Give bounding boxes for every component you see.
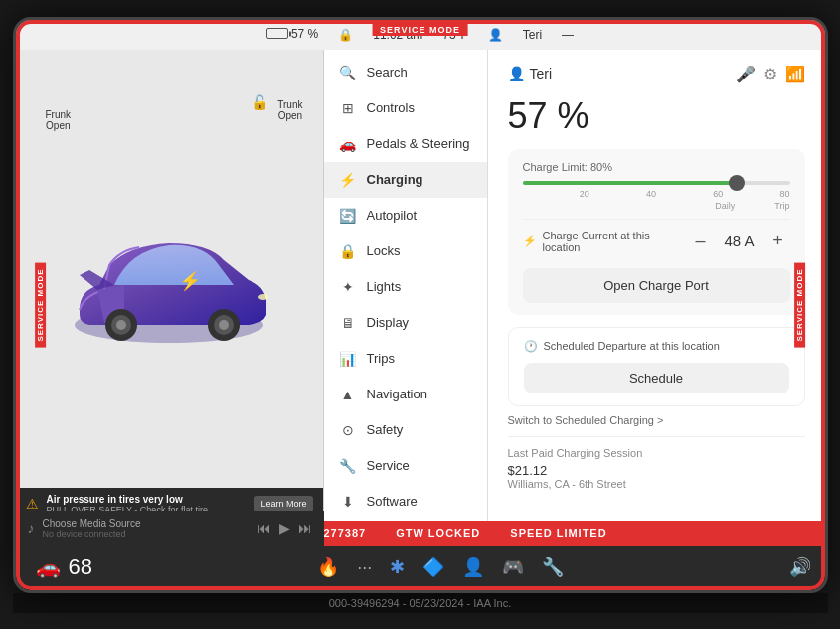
media-controls[interactable]: ⏮ ▶ ⏭ bbox=[257, 520, 312, 536]
user-icon: 👤 bbox=[488, 28, 503, 42]
main-frame: SERVICE MODE SERVICE MODE SERVICE MODE 5… bbox=[13, 17, 828, 593]
range-labels: Daily Trip bbox=[523, 201, 790, 211]
taskbar-user-icon[interactable]: 👤 bbox=[462, 556, 484, 578]
lock-open-icon: 🔓 bbox=[252, 94, 268, 110]
open-charge-port-button[interactable]: Open Charge Port bbox=[523, 268, 790, 303]
lock-icon: 🔒 bbox=[338, 28, 353, 42]
last-paid-amount: $21.12 bbox=[508, 463, 805, 478]
service-icon: 🔧 bbox=[339, 458, 357, 474]
charge-limit-slider[interactable]: 20 40 60 80 Daily Trip bbox=[523, 181, 790, 211]
media-next-button[interactable]: ⏭ bbox=[298, 520, 312, 536]
menu-item-search[interactable]: 🔍 Search bbox=[324, 55, 487, 90]
slider-fill bbox=[523, 181, 737, 185]
media-subtitle: No device connected bbox=[43, 529, 250, 539]
menu-label-navigation: Navigation bbox=[367, 387, 427, 401]
menu-item-autopilot[interactable]: 🔄 Autopilot bbox=[324, 198, 487, 234]
taskbar-more-icon[interactable]: ··· bbox=[357, 557, 372, 578]
menu-item-charging[interactable]: ⚡ Charging bbox=[324, 162, 487, 198]
menu-item-locks[interactable]: 🔒 Locks bbox=[324, 234, 487, 269]
switch-charging-link[interactable]: Switch to Scheduled Charging > bbox=[508, 414, 805, 426]
menu-label-safety: Safety bbox=[367, 422, 404, 437]
media-title: Choose Media Source bbox=[43, 518, 250, 529]
media-prev-button[interactable]: ⏮ bbox=[257, 520, 271, 536]
increase-current-button[interactable]: + bbox=[766, 231, 790, 251]
taskbar-left: 🚗 68 bbox=[36, 554, 92, 580]
menu-label-service: Service bbox=[367, 458, 410, 473]
car-panel: Frunk Open Trunk Open 🔓 bbox=[16, 50, 324, 521]
watermark: 000-39496294 - 05/23/2024 - IAA Inc. bbox=[13, 593, 828, 613]
taskbar-volume[interactable]: 🔊 bbox=[789, 556, 811, 578]
user-name: 👤 Teri bbox=[508, 66, 553, 81]
taskbar-car-icon: 🚗 bbox=[36, 555, 61, 579]
navigation-icon: ▲ bbox=[339, 387, 357, 402]
clock-icon: 🕐 bbox=[524, 340, 538, 353]
charge-limit-card: Charge Limit: 80% 20 40 60 80 Daily bbox=[508, 149, 805, 315]
car-image-area: Frunk Open Trunk Open 🔓 bbox=[16, 50, 323, 521]
autopilot-icon: 🔄 bbox=[339, 208, 357, 224]
battery-percent: 57 % bbox=[291, 27, 318, 41]
service-mode-label: SERVICE MODE bbox=[372, 24, 468, 36]
decrease-current-button[interactable]: – bbox=[688, 231, 712, 251]
display-icon: 🖥 bbox=[339, 315, 357, 331]
menu-label-trips: Trips bbox=[367, 351, 395, 366]
taskbar-gamepad-icon[interactable]: 🎮 bbox=[502, 556, 524, 578]
scheduled-departure-section: 🕐 Scheduled Departure at this location S… bbox=[508, 327, 805, 406]
charge-limit-label: Charge Limit: 80% bbox=[523, 161, 790, 173]
locks-icon: 🔒 bbox=[339, 243, 357, 259]
menu-item-software[interactable]: ⬇ Software bbox=[324, 484, 487, 520]
slider-thumb[interactable] bbox=[729, 175, 745, 191]
menu-label-software: Software bbox=[367, 494, 418, 509]
menu-label-autopilot: Autopilot bbox=[367, 208, 418, 223]
media-play-button[interactable]: ▶ bbox=[279, 520, 290, 536]
menu-label-lights: Lights bbox=[367, 279, 402, 294]
taskbar: 🚗 68 🔥 ··· ✱ 🔷 👤 🎮 🔧 🔊 bbox=[16, 546, 828, 590]
media-info: Choose Media Source No device connected bbox=[43, 518, 250, 539]
charging-panel: 👤 Teri 🎤 ⚙ 📶 57 % Charge Limit: 80% bbox=[488, 50, 825, 521]
pedals-icon: 🚗 bbox=[339, 136, 357, 152]
taskbar-speed: 68 bbox=[69, 554, 92, 580]
header-icons: 🎤 ⚙ 📶 bbox=[736, 65, 805, 83]
charging-icon: ⚡ bbox=[339, 172, 357, 188]
menu-label-display: Display bbox=[367, 315, 410, 330]
menu-label-locks: Locks bbox=[367, 243, 401, 258]
software-icon: ⬇ bbox=[339, 494, 357, 510]
charge-current-row: ⚡ Charge Current at this location – 48 A… bbox=[523, 219, 790, 263]
menu-item-lights[interactable]: ✦ Lights bbox=[324, 269, 487, 305]
trunk-label: Trunk Open bbox=[277, 99, 302, 121]
menu-item-trips[interactable]: 📊 Trips bbox=[324, 341, 487, 377]
svg-point-3 bbox=[116, 320, 126, 330]
taskbar-bluetooth-icon[interactable]: ✱ bbox=[390, 556, 405, 578]
taskbar-app-icon[interactable]: 🔷 bbox=[422, 556, 444, 578]
svg-point-8 bbox=[258, 294, 268, 300]
mic-icon[interactable]: 🎤 bbox=[736, 65, 756, 83]
menu-item-controls[interactable]: ⊞ Controls bbox=[324, 90, 487, 126]
taskbar-tool-icon[interactable]: 🔧 bbox=[542, 556, 564, 578]
slider-track bbox=[523, 181, 790, 185]
menu-item-safety[interactable]: ⊙ Safety bbox=[324, 412, 487, 448]
charge-current-label: ⚡ Charge Current at this location bbox=[523, 230, 689, 253]
service-side-label-left: SERVICE MODE bbox=[35, 262, 46, 347]
taskbar-center[interactable]: 🔥 ··· ✱ 🔷 👤 🎮 🔧 bbox=[317, 556, 564, 578]
charge-current-value: 48 A bbox=[724, 233, 754, 249]
menu-label-search: Search bbox=[367, 65, 408, 79]
settings-icon[interactable]: ⚙ bbox=[763, 65, 777, 83]
gtw-status: GTW LOCKED bbox=[396, 527, 480, 539]
trips-icon: 📊 bbox=[339, 351, 357, 367]
menu-item-service[interactable]: 🔧 Service bbox=[324, 448, 487, 484]
menu-item-pedals[interactable]: 🚗 Pedals & Steering bbox=[324, 126, 487, 162]
taskbar-fire-icon[interactable]: 🔥 bbox=[317, 556, 339, 578]
scheduled-label: 🕐 Scheduled Departure at this location bbox=[524, 340, 789, 353]
service-side-label-right: SERVICE MODE bbox=[794, 262, 805, 347]
menu-label-controls: Controls bbox=[367, 100, 415, 115]
schedule-button[interactable]: Schedule bbox=[524, 363, 789, 393]
menu-item-navigation[interactable]: ▲ Navigation bbox=[324, 377, 487, 412]
minimize-icon: — bbox=[562, 28, 574, 42]
safety-icon: ⊙ bbox=[339, 422, 357, 438]
menu-panel: 🔍 Search ⊞ Controls 🚗 Pedals & Steering … bbox=[324, 50, 488, 521]
svg-point-6 bbox=[219, 320, 229, 330]
menu-item-display[interactable]: 🖥 Display bbox=[324, 305, 487, 341]
lights-icon: ✦ bbox=[339, 279, 357, 295]
main-content: Frunk Open Trunk Open 🔓 bbox=[16, 50, 825, 521]
last-paid-section: Last Paid Charging Session $21.12 Willia… bbox=[508, 436, 805, 500]
slider-tick-labels: 20 40 60 80 bbox=[523, 189, 790, 199]
